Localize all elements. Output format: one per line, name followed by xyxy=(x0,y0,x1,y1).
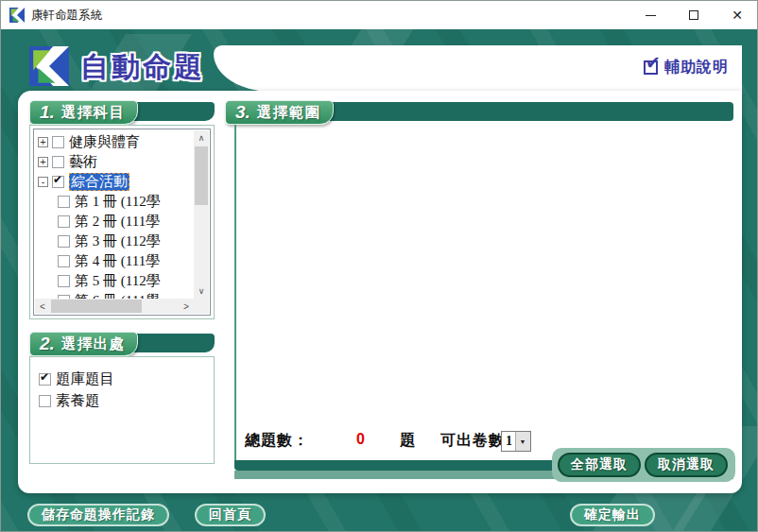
header-white-band: ✔ 輔助說明 xyxy=(214,45,742,92)
minimize-icon xyxy=(646,15,656,16)
app-title: 康軒命題系統 xyxy=(31,8,102,24)
home-button[interactable]: 回首頁 xyxy=(195,504,266,526)
tree-checkbox[interactable] xyxy=(52,136,64,148)
tree-item-label[interactable]: 第 5 冊 (112學 xyxy=(75,272,161,290)
tree-item-label[interactable]: 第 4 冊 (111學 xyxy=(75,252,160,270)
section3-header-bar xyxy=(291,102,733,121)
tree-item-volume-6[interactable]: 第 6 冊 (111學 xyxy=(38,291,194,299)
section3-title: 選擇範圍 xyxy=(257,103,321,123)
total-questions-unit: 題 xyxy=(400,431,416,451)
page-title: 自動命題 xyxy=(80,48,205,87)
tree-item-label[interactable]: 藝術 xyxy=(69,153,97,171)
check-icon: ✔ xyxy=(646,54,661,72)
scroll-down-icon[interactable]: ∨ xyxy=(194,283,209,299)
horizontal-scroll-thumb[interactable] xyxy=(51,300,142,313)
scrollbar-corner xyxy=(194,299,209,314)
expand-plus-icon[interactable]: + xyxy=(38,137,48,147)
option-question-bank[interactable]: ✔ 題庫題目 xyxy=(39,369,205,390)
section2-number: 2. xyxy=(40,334,55,354)
section1-header: 1. 選擇科目 xyxy=(29,100,138,125)
tree-item-label[interactable]: 第 1 冊 (112學 xyxy=(75,193,161,211)
paper-count-value: 1 xyxy=(506,434,513,449)
select-all-button[interactable]: 全部選取 xyxy=(558,453,641,477)
tree-item-integrated-activities[interactable]: - ✔ 綜合活動 xyxy=(38,172,194,192)
maximize-button[interactable] xyxy=(672,1,715,29)
subject-tree-rows: + 健康與體育 + 藝術 - ✔ 綜合活動 xyxy=(35,130,194,299)
range-panel-left-border xyxy=(234,125,236,460)
section-select-source: 2. 選擇出處 ✔ 題庫題目 素養題 xyxy=(29,332,215,464)
section2-title: 選擇出處 xyxy=(61,335,126,354)
tree-checkbox[interactable] xyxy=(58,275,70,287)
tree-item-health-pe[interactable]: + 健康與體育 xyxy=(38,132,194,152)
section3-header: 3. 選擇範圍 xyxy=(225,100,334,125)
total-questions-value: 0 xyxy=(356,431,366,448)
tree-checkbox[interactable] xyxy=(58,215,70,228)
section-select-range: 3. 選擇範圍 總題數： 0 題 可出卷數 1 ▼ 全部選取 取消選取 xyxy=(225,100,733,481)
help-label: 輔助說明 xyxy=(664,58,729,77)
app-window: 康軒命題系統 ✕ ✔ 輔助說明 自動命題 xyxy=(0,0,758,532)
subject-tree-panel: + 健康與體育 + 藝術 - ✔ 綜合活動 xyxy=(29,125,215,319)
expand-plus-icon[interactable]: + xyxy=(38,157,48,167)
range-bottom-dark-bar xyxy=(234,460,559,471)
scroll-left-icon[interactable]: < xyxy=(35,299,50,314)
confirm-output-button[interactable]: 確定輸出 xyxy=(570,504,655,526)
close-button[interactable]: ✕ xyxy=(715,1,758,29)
tree-checkbox[interactable] xyxy=(58,235,70,248)
section-select-subject: 1. 選擇科目 + 健康與體育 + 藝術 xyxy=(29,100,215,319)
save-record-button[interactable]: 儲存命題操作記錄 xyxy=(27,504,169,526)
tree-checkbox-checked[interactable]: ✔ xyxy=(52,176,64,188)
tree-item-volume-2[interactable]: 第 2 冊 (111學 xyxy=(38,212,194,232)
tree-item-label[interactable]: 第 6 冊 (111學 xyxy=(75,292,160,299)
tree-item-label[interactable]: 第 3 冊 (112學 xyxy=(75,232,161,250)
scroll-right-icon[interactable]: > xyxy=(179,299,194,314)
section1-number: 1. xyxy=(40,102,55,123)
checkbox-literacy[interactable] xyxy=(39,395,51,407)
checkbox-question-bank[interactable]: ✔ xyxy=(39,373,51,386)
tree-item-arts[interactable]: + 藝術 xyxy=(38,152,194,172)
section2-header: 2. 選擇出處 xyxy=(29,332,138,356)
page-logo-icon xyxy=(29,46,69,86)
tree-item-label[interactable]: 健康與體育 xyxy=(69,133,140,151)
help-checkbox-icon: ✔ xyxy=(644,60,658,75)
content-card: 1. 選擇科目 + 健康與體育 + 藝術 xyxy=(18,91,742,493)
tree-checkbox[interactable] xyxy=(58,196,70,208)
tree-item-volume-5[interactable]: 第 5 冊 (112學 xyxy=(38,271,194,291)
scroll-up-icon[interactable]: ∧ xyxy=(194,130,209,146)
tree-item-volume-4[interactable]: 第 4 冊 (111學 xyxy=(38,251,194,271)
vertical-scrollbar[interactable]: ∧ ∨ xyxy=(194,130,209,299)
total-questions-label: 總題數： xyxy=(245,431,309,451)
check-icon: ✔ xyxy=(53,174,62,186)
tree-item-label-selected[interactable]: 綜合活動 xyxy=(69,173,129,191)
tree-checkbox[interactable] xyxy=(58,255,70,267)
source-panel: ✔ 題庫題目 素養題 xyxy=(29,356,215,464)
tree-item-label[interactable]: 第 2 冊 (111學 xyxy=(75,213,160,231)
section1-title: 選擇科目 xyxy=(61,103,126,123)
option-label[interactable]: 題庫題目 xyxy=(56,369,114,389)
deselect-button[interactable]: 取消選取 xyxy=(645,453,728,477)
horizontal-scrollbar[interactable]: < > xyxy=(35,299,194,314)
option-label[interactable]: 素養題 xyxy=(56,391,100,411)
tree-checkbox[interactable] xyxy=(52,156,64,168)
help-button[interactable]: ✔ 輔助說明 xyxy=(644,58,729,77)
option-literacy-questions[interactable]: 素養題 xyxy=(39,390,205,412)
paper-count-dropdown[interactable]: 1 ▼ xyxy=(501,431,531,452)
minimize-button[interactable] xyxy=(629,1,672,29)
tree-item-volume-1[interactable]: 第 1 冊 (112學 xyxy=(38,192,194,212)
subject-tree: + 健康與體育 + 藝術 - ✔ 綜合活動 xyxy=(33,129,211,316)
expand-minus-icon[interactable]: - xyxy=(38,177,48,187)
vertical-scroll-thumb[interactable] xyxy=(195,146,208,205)
dropdown-arrow-icon[interactable]: ▼ xyxy=(515,432,530,451)
app-logo-icon xyxy=(9,8,25,23)
tree-item-volume-3[interactable]: 第 3 冊 (112學 xyxy=(38,232,194,251)
close-icon: ✕ xyxy=(732,8,743,23)
maximize-icon xyxy=(689,10,698,20)
title-bar: 康軒命題系統 ✕ xyxy=(1,1,758,29)
check-icon: ✔ xyxy=(40,371,49,384)
section3-number: 3. xyxy=(235,102,250,123)
paper-count-label: 可出卷數 xyxy=(440,431,505,451)
